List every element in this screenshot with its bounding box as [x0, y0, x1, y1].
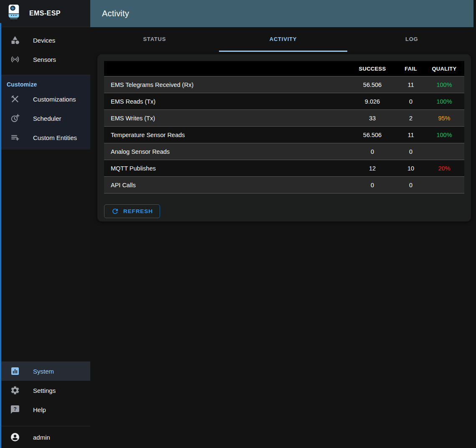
success-value: 9.026	[347, 93, 397, 110]
analytics-icon	[10, 366, 20, 376]
fail-value: 11	[397, 127, 424, 143]
main-content: Activity STATUS ACTIVITY LOG SUCCESS FAI…	[90, 0, 476, 448]
sidebar-item-settings[interactable]: Settings	[0, 381, 90, 400]
appbar: Activity	[90, 0, 476, 27]
fail-value: 11	[397, 76, 424, 93]
tab-status[interactable]: STATUS	[90, 27, 219, 52]
column-success: SUCCESS	[347, 61, 397, 76]
customize-section: Customize Customizations	[0, 75, 90, 150]
app-title: EMS-ESP	[29, 10, 61, 17]
row-label: Analog Sensor Reads	[104, 143, 347, 160]
sidebar-nav-top: Devices Sensors	[0, 27, 90, 69]
row-label: EMS Telegrams Received (Rx)	[104, 76, 347, 93]
quality-value	[424, 143, 464, 160]
success-value: 0	[347, 177, 397, 193]
boiler-logo-icon	[5, 3, 23, 24]
sidebar-item-label: Customizations	[33, 96, 76, 103]
fail-value: 0	[397, 143, 424, 160]
quality-value: 95%	[424, 110, 464, 127]
sidebar-item-custom-entities[interactable]: Custom Entities	[0, 128, 90, 147]
construction-icon	[10, 94, 20, 104]
success-value: 33	[347, 110, 397, 127]
table-row: EMS Writes (Tx) 33 2 95%	[104, 110, 464, 127]
refresh-button[interactable]: REFRESH	[104, 204, 160, 218]
sidebar-item-help[interactable]: ? Help	[0, 400, 90, 419]
sidebar-header: EMS-ESP	[0, 0, 90, 27]
sidebar-item-sensors[interactable]: Sensors	[0, 50, 90, 69]
quality-value: 100%	[424, 76, 464, 93]
row-label: API Calls	[104, 177, 347, 193]
sidebar-item-customizations[interactable]: Customizations	[0, 89, 90, 109]
fail-value: 0	[397, 177, 424, 193]
more-time-icon	[10, 113, 20, 123]
row-label: Temperature Sensor Reads	[104, 127, 347, 143]
playlist-add-icon	[10, 132, 20, 143]
right-scroll-gutter	[473, 0, 476, 448]
activity-table: SUCCESS FAIL QUALITY EMS Telegrams Recei…	[104, 61, 464, 193]
sidebar-item-label: Custom Entities	[33, 134, 77, 141]
help-bubble-icon: ?	[10, 405, 20, 415]
table-row: MQTT Publishes 12 10 20%	[104, 160, 464, 177]
fail-value: 0	[397, 93, 424, 110]
quality-value: 100%	[424, 127, 464, 143]
tab-log[interactable]: LOG	[347, 27, 476, 52]
sidebar-item-label: Devices	[33, 37, 55, 44]
row-label: EMS Writes (Tx)	[104, 110, 347, 127]
quality-value	[424, 177, 464, 193]
row-label: EMS Reads (Tx)	[104, 93, 347, 110]
table-row: EMS Reads (Tx) 9.026 0 100%	[104, 93, 464, 110]
row-label: MQTT Publishes	[104, 160, 347, 177]
sidebar-item-label: Sensors	[33, 56, 56, 63]
table-row: EMS Telegrams Received (Rx) 56.506 11 10…	[104, 76, 464, 93]
svg-text:?: ?	[13, 406, 17, 412]
table-row: API Calls 0 0	[104, 177, 464, 193]
username: admin	[33, 434, 50, 441]
sidebar-nav-bottom: System Settings ? Help	[0, 361, 90, 419]
sidebar-item-scheduler[interactable]: Scheduler	[0, 109, 90, 128]
success-value: 12	[347, 160, 397, 177]
sidebar-item-label: Settings	[33, 387, 56, 394]
table-header-row: SUCCESS FAIL QUALITY	[104, 61, 464, 76]
quality-value: 20%	[424, 160, 464, 177]
quality-value: 100%	[424, 93, 464, 110]
gear-icon	[10, 385, 20, 395]
sidebar-item-label: Help	[33, 406, 46, 413]
sidebar-item-devices[interactable]: Devices	[0, 31, 90, 50]
sidebar: EMS-ESP Devices	[0, 0, 90, 448]
tab-bar: STATUS ACTIVITY LOG	[90, 27, 476, 52]
page-title: Activity	[102, 9, 129, 18]
sidebar-spacer	[0, 150, 90, 361]
tab-activity[interactable]: ACTIVITY	[219, 27, 348, 52]
activity-card: SUCCESS FAIL QUALITY EMS Telegrams Recei…	[97, 54, 471, 221]
user-menu[interactable]: admin	[0, 426, 90, 448]
sidebar-item-label: System	[33, 368, 54, 375]
success-value: 0	[347, 143, 397, 160]
success-value: 56.506	[347, 127, 397, 143]
category-icon	[10, 35, 20, 45]
fail-value: 10	[397, 160, 424, 177]
sidebar-item-label: Scheduler	[33, 115, 61, 122]
table-row: Analog Sensor Reads 0 0	[104, 143, 464, 160]
refresh-button-label: REFRESH	[123, 208, 153, 214]
ems-esp-app: EMS-ESP Devices	[0, 0, 476, 448]
account-circle-icon	[10, 432, 20, 442]
column-quality: QUALITY	[424, 61, 464, 76]
customize-section-title: Customize	[0, 75, 90, 89]
fail-value: 2	[397, 110, 424, 127]
success-value: 56.506	[347, 76, 397, 93]
sidebar-item-system[interactable]: System	[0, 361, 90, 381]
refresh-icon	[111, 207, 119, 215]
column-blank	[104, 61, 347, 76]
left-scrollbar[interactable]	[0, 23, 1, 448]
column-fail: FAIL	[397, 61, 424, 76]
sensors-icon	[10, 54, 20, 64]
table-row: Temperature Sensor Reads 56.506 11 100%	[104, 127, 464, 143]
